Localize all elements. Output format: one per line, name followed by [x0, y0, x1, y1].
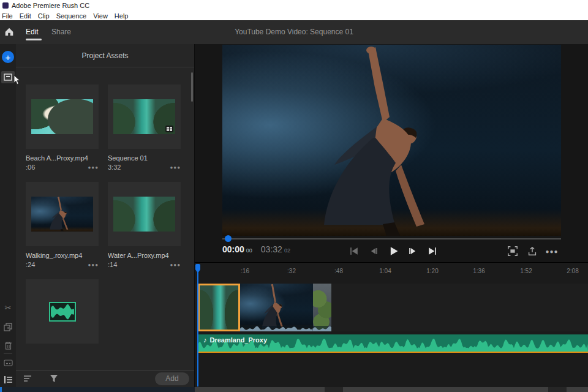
media-browser-button[interactable] [1, 71, 15, 83]
asset-thumbnail [26, 182, 99, 246]
asset-menu-button[interactable]: ●●● [88, 262, 99, 268]
skip-start-icon [347, 245, 361, 257]
menu-file[interactable]: File [2, 12, 13, 20]
asset-card-audio[interactable] [26, 279, 99, 344]
app-header: Edit Share YouTube Demo Video: Sequence … [0, 20, 588, 44]
asset-thumbnail [108, 85, 181, 149]
fullscreen-icon [507, 246, 518, 257]
asset-duration: :06 [26, 164, 35, 171]
elapsed-time: 00:00 [222, 244, 244, 254]
total-frames: 02 [284, 247, 290, 254]
asset-name: Sequence 01 [108, 154, 181, 162]
ruler-tick: :48 [334, 268, 343, 274]
app-icon [2, 2, 9, 9]
elapsed-frames: 00 [246, 247, 252, 254]
player-scrubber-handle[interactable] [225, 235, 232, 242]
ruler-tick: 1:36 [473, 268, 484, 274]
clip-audio-strip [240, 326, 313, 331]
assets-bottom-bar: Add [16, 370, 194, 387]
video-track [195, 284, 588, 331]
menu-sequence[interactable]: Sequence [56, 12, 87, 20]
delete-button[interactable] [3, 341, 13, 350]
asset-name: Beach A...Proxy.mp4 [26, 154, 99, 162]
track-controls-button[interactable] [3, 375, 13, 385]
sequence-badge-icon [165, 126, 173, 132]
bottom-strip [0, 387, 588, 392]
window-titlebar: Adobe Premiere Rush CC [0, 0, 588, 11]
window-title: Adobe Premiere Rush CC [12, 2, 89, 9]
asset-card-beach[interactable]: Beach A...Proxy.mp4 :06 ●●● [26, 85, 99, 171]
ruler-tick: :16 [241, 268, 249, 274]
panel-title: Project Assets [16, 44, 194, 67]
asset-menu-button[interactable]: ●●● [170, 262, 181, 268]
skip-to-start-button[interactable] [346, 243, 362, 259]
captions-icon [4, 360, 13, 366]
export-icon [527, 246, 538, 257]
music-note-icon: ♪ [203, 336, 207, 344]
frame-forward-button[interactable] [405, 243, 421, 259]
audio-waveform-graphic [51, 304, 74, 320]
scrollbar-notch [548, 387, 567, 392]
preview-and-timeline: 00:00 00 03:32 02 [195, 44, 588, 387]
ruler-tick: 1:04 [379, 268, 391, 274]
more-options-button[interactable]: ●●● [544, 243, 560, 259]
menu-clip[interactable]: Clip [38, 12, 50, 20]
play-icon [386, 245, 400, 257]
tab-edit[interactable]: Edit [26, 20, 39, 44]
left-toolbar: + ✂ [0, 44, 16, 387]
split-clip-button[interactable]: ✂ [3, 303, 13, 312]
filter-button[interactable] [50, 375, 58, 382]
plus-icon: + [6, 53, 11, 62]
media-browser-icon [4, 74, 12, 81]
skip-to-end-button[interactable] [424, 243, 440, 259]
menu-bar: File Edit Clip Sequence View Help [0, 11, 588, 20]
document-title: YouTube Demo Video: Sequence 01 [0, 20, 588, 44]
asset-card-water[interactable]: Water A...Proxy.mp4 :14 ●●● [108, 182, 181, 268]
menu-edit[interactable]: Edit [20, 12, 31, 20]
asset-duration: 3:32 [108, 164, 121, 171]
sort-view-button[interactable] [23, 375, 32, 382]
asset-card-sequence[interactable]: Sequence 01 3:32 ●●● [108, 85, 181, 171]
assets-scroll-area: Beach A...Proxy.mp4 :06 ●●● Se [16, 67, 194, 370]
beach-thumbnail-image [31, 99, 93, 134]
menu-help[interactable]: Help [115, 12, 129, 20]
captions-button[interactable] [3, 358, 13, 368]
duplicate-button[interactable] [3, 322, 13, 332]
export-button[interactable] [524, 243, 540, 259]
assets-scrollbar[interactable] [191, 72, 193, 102]
asset-name: Water A...Proxy.mp4 [108, 252, 181, 259]
timeline-clip-water-selected[interactable] [198, 284, 240, 331]
ruler-tick: 2:08 [567, 268, 578, 274]
asset-duration: :14 [108, 261, 117, 268]
timeline-clip-walking[interactable] [240, 284, 313, 331]
video-preview [222, 45, 561, 236]
asset-thumbnail [108, 182, 181, 246]
play-button[interactable] [385, 243, 401, 259]
timeline-clip-short[interactable] [313, 284, 331, 331]
fullscreen-button[interactable] [505, 243, 521, 259]
player-scrubber-track[interactable] [222, 238, 561, 239]
playhead-handle[interactable] [195, 264, 200, 273]
asset-menu-button[interactable]: ●●● [88, 165, 99, 170]
asset-card-walking[interactable]: Walking_.roxy.mp4 :24 ●●● [26, 182, 99, 268]
project-assets-panel: Project Assets Beach A...Proxy.mp4 :06 ●… [16, 44, 195, 387]
playhead-line[interactable] [197, 264, 198, 386]
audio-track-clip[interactable]: ♪ Dreamland_Proxy [198, 334, 588, 353]
tab-share[interactable]: Share [51, 20, 71, 44]
asset-name: Walking_.roxy.mp4 [26, 252, 99, 259]
add-to-timeline-button[interactable]: Add [155, 372, 189, 385]
water-thumbnail-image [113, 197, 175, 232]
audio-clip-label: ♪ Dreamland_Proxy [203, 336, 267, 344]
ruler-tick: :32 [287, 268, 296, 274]
toolbar-divider [4, 353, 12, 354]
home-button[interactable] [4, 26, 15, 37]
add-media-button[interactable]: + [2, 51, 14, 63]
duplicate-icon [4, 323, 12, 331]
menu-view[interactable]: View [93, 12, 108, 20]
clip-audio-strip [313, 326, 331, 331]
timeline-horizontal-scrollbar[interactable] [195, 387, 588, 392]
tab-active-underline [26, 39, 42, 40]
audio-waveform-icon [49, 302, 76, 322]
frame-back-button[interactable] [366, 243, 382, 259]
asset-menu-button[interactable]: ●●● [170, 165, 181, 170]
